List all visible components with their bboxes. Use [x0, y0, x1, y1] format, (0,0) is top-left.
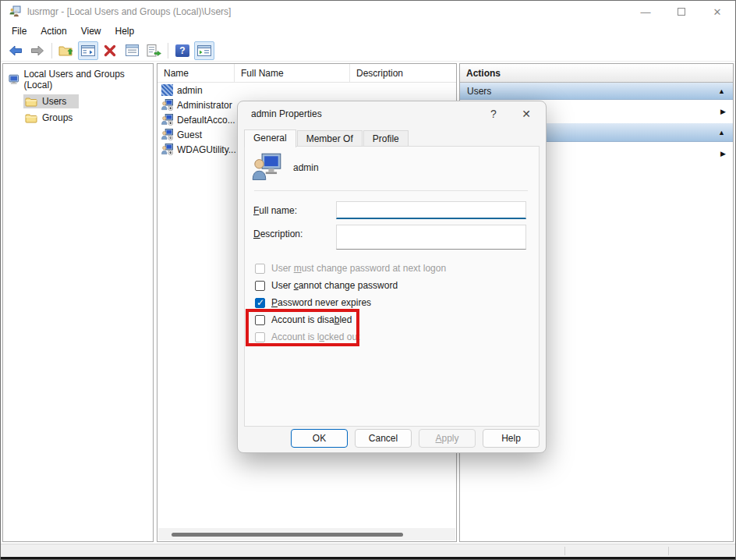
description-input[interactable]: [336, 225, 526, 250]
menu-view[interactable]: View: [74, 23, 108, 39]
checkbox-label: Password never expires: [271, 297, 371, 308]
checkbox-row-account-is-locked-out[interactable]: Account is locked out: [255, 329, 359, 345]
export-list-button[interactable]: [143, 41, 164, 60]
user-disabled-icon: [161, 114, 173, 126]
checkbox-label: Account is locked out: [271, 331, 359, 342]
folder-icon: [25, 113, 37, 123]
tree-item-label: Groups: [42, 112, 73, 123]
statusbar-divider: [668, 547, 669, 555]
menu-file[interactable]: File: [5, 23, 34, 39]
expand-chevron-icon[interactable]: ▶: [720, 108, 726, 115]
column-header-full-name[interactable]: Full Name: [235, 64, 350, 82]
checkbox-row-must-change-password[interactable]: User must change password at next logon: [255, 261, 446, 276]
user-identity-row: admin: [252, 153, 319, 183]
dialog-checkbox[interactable]: [255, 332, 265, 342]
statusbar-divider: [564, 547, 565, 555]
collapse-chevron-icon[interactable]: ▲: [718, 87, 725, 95]
toolbar: ?: [1, 40, 735, 62]
user-disabled-icon: [161, 144, 173, 155]
divider: [254, 190, 528, 191]
back-icon: [9, 45, 23, 56]
tab-member-of[interactable]: Member Of: [297, 130, 363, 147]
list-row-admin[interactable]: admin: [157, 83, 456, 97]
close-button[interactable]: ✕: [699, 1, 735, 23]
actions-header: Actions: [460, 64, 733, 83]
minimize-button[interactable]: —: [628, 1, 663, 23]
checkbox-row-cannot-change-password[interactable]: User cannot change password: [255, 278, 398, 293]
show-console-tree-icon: [81, 45, 95, 56]
scrollbar-thumb[interactable]: [172, 533, 403, 537]
dialog-tabs: General Member Of Profile: [244, 129, 540, 147]
dialog-button-cancel[interactable]: Cancel: [355, 429, 412, 448]
window-controls: — ✕: [628, 1, 735, 23]
user-disabled-icon: [161, 99, 173, 111]
checkbox-row-password-never-expires[interactable]: Password never expires: [255, 295, 371, 310]
dialog-checkbox[interactable]: [255, 315, 265, 325]
dialog-checkbox[interactable]: [255, 264, 265, 274]
description-label: Description:: [253, 225, 336, 250]
checkbox-row-account-is-disabled[interactable]: Account is disabled: [255, 312, 352, 328]
help-button[interactable]: ?: [172, 41, 193, 60]
column-header-name[interactable]: Name: [157, 64, 235, 82]
row-name: Guest: [177, 129, 202, 140]
toolbar-separator: [51, 43, 52, 58]
row-name: WDAGUtility...: [177, 144, 236, 155]
export-list-icon: [147, 44, 161, 57]
full-name-input[interactable]: [336, 201, 526, 219]
row-name: Administrator: [177, 100, 232, 111]
tree-root-local-users-and-groups[interactable]: Local Users and Groups (Local): [3, 67, 153, 93]
admin-properties-dialog: admin Properties ? ✕ General Member Of P…: [237, 101, 547, 453]
window-bottom-edge: [1, 557, 735, 559]
maximize-button[interactable]: [663, 1, 699, 23]
dialog-checkbox[interactable]: [255, 298, 265, 308]
tree-item-groups[interactable]: Groups: [3, 110, 153, 126]
dialog-close-button[interactable]: ✕: [518, 105, 535, 122]
list-header: Name Full Name Description: [157, 64, 456, 83]
properties-icon: [126, 44, 139, 56]
horizontal-scrollbar[interactable]: [158, 528, 455, 541]
forward-icon: [30, 45, 44, 56]
tab-profile[interactable]: Profile: [363, 130, 409, 147]
dialog-checkbox[interactable]: [255, 281, 265, 291]
actions-section-users[interactable]: Users ▲: [460, 83, 733, 100]
forward-button[interactable]: [27, 41, 48, 60]
tree-root-label: Local Users and Groups (Local): [23, 69, 151, 90]
user-account-icon: [252, 153, 281, 183]
help-icon: ?: [175, 44, 189, 57]
full-name-field-row: Full name:: [253, 201, 526, 219]
dialog-button-help[interactable]: Help: [483, 429, 540, 448]
column-header-description[interactable]: Description: [350, 64, 456, 82]
dialog-button-row: OK Cancel Apply Help: [291, 429, 540, 448]
dialog-button-apply[interactable]: Apply: [419, 429, 476, 448]
folder-icon: [25, 97, 37, 107]
app-icon: [9, 5, 21, 18]
menu-bar: File Action View Help: [1, 23, 735, 40]
show-console-tree-button[interactable]: [78, 41, 98, 60]
user-disabled-icon: [161, 129, 173, 140]
menu-help[interactable]: Help: [108, 23, 142, 39]
window-title: lusrmgr - [Local Users and Groups (Local…: [27, 6, 231, 17]
maximize-icon: [678, 8, 685, 16]
tree-item-users[interactable]: Users: [3, 94, 153, 109]
menu-action[interactable]: Action: [34, 23, 73, 39]
console-tree-panel: Local Users and Groups (Local) Users: [2, 63, 154, 542]
properties-button[interactable]: [122, 41, 142, 60]
checkbox-label: User cannot change password: [271, 280, 398, 291]
toolbar-separator: [168, 43, 168, 58]
dialog-help-button[interactable]: ?: [485, 105, 502, 122]
back-button[interactable]: [5, 41, 26, 60]
lusrmgr-window: lusrmgr - [Local Users and Groups (Local…: [0, 0, 736, 560]
expand-chevron-icon[interactable]: ▶: [720, 150, 726, 158]
description-field-row: Description:: [253, 225, 526, 250]
show-action-pane-button[interactable]: [194, 41, 214, 60]
delete-button[interactable]: [100, 41, 120, 60]
title-bar: lusrmgr - [Local Users and Groups (Local…: [1, 1, 735, 23]
up-one-level-button[interactable]: [56, 41, 76, 60]
tab-general[interactable]: General: [244, 129, 296, 147]
section-label: Users: [467, 86, 491, 97]
computer-icon: [8, 74, 19, 85]
up-one-level-icon: [58, 44, 74, 57]
dialog-button-ok[interactable]: OK: [291, 429, 348, 448]
checkbox-label: User must change password at next logon: [271, 263, 446, 274]
collapse-chevron-icon[interactable]: ▲: [718, 129, 725, 136]
